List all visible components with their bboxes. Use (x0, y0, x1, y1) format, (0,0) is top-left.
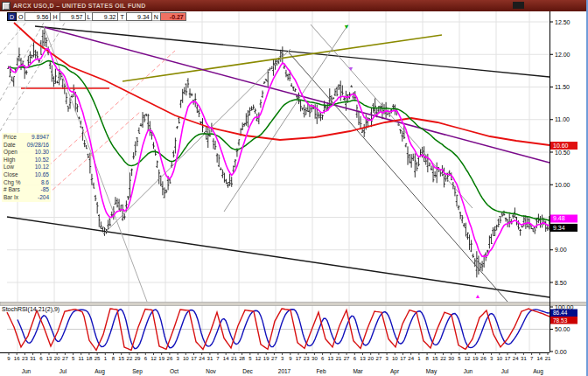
month-label: Sep (132, 368, 143, 375)
app-icon (2, 2, 10, 10)
cursor-data-row: Low10.12 (4, 164, 49, 171)
cursor-data-row: # Bars-85 (4, 186, 49, 194)
stoch-axis-label: 50.00 (555, 326, 570, 332)
month-label: Aug (533, 368, 543, 375)
week-tick-label: 27 (376, 356, 382, 361)
week-tick-label: 28 (239, 356, 245, 361)
cursor-row-label: Close (4, 171, 18, 179)
magenta-up-arrow: ▲ (475, 293, 481, 299)
cursor-data-row: Chg %8.6 (4, 179, 49, 187)
week-tick-label: 21 (231, 356, 237, 361)
week-tick-label: 19 (472, 356, 479, 361)
week-tick-label: 12 (465, 356, 471, 361)
week-tick-label: 16 (14, 356, 20, 361)
month-label: Mar (353, 368, 363, 374)
week-tick-label: 23 (22, 356, 28, 361)
week-tick-label: 13 (46, 356, 52, 361)
month-label: Jun (464, 368, 473, 374)
week-tick-label: 31 (30, 356, 36, 361)
cursor-row-label: Bar Ix (4, 194, 18, 202)
cursor-row-value: -85 (41, 186, 49, 194)
cursor-row-label: # Bars (4, 186, 20, 194)
week-tick-label: 27 (271, 356, 277, 361)
month-label: 2017 (278, 368, 291, 374)
week-tick-label: 31 (207, 356, 214, 361)
cursor-data-row: Open10.30 (4, 149, 49, 157)
week-tick-label: 20 (54, 356, 60, 361)
month-label: Jul (501, 368, 509, 374)
week-tick-label: 18 (87, 356, 93, 361)
month-label: May (426, 368, 438, 375)
week-tick-label: 22 (440, 356, 446, 361)
y-axis-label: 11.00 (555, 116, 570, 122)
y-axis-label: 8.50 (555, 280, 567, 286)
week-tick-label: 25 (94, 356, 101, 361)
week-tick-label: 22 (127, 356, 133, 361)
cursor-row-value: 10.65 (35, 171, 49, 179)
stoch-indicator-label: StochRSI(14,21(2),9) (2, 306, 60, 312)
window-title: ARCX USO,D – UNITED STATES OIL FUND (13, 3, 146, 9)
week-tick-label: 27 (62, 356, 68, 361)
week-tick-label: 19 (263, 356, 270, 361)
cursor-row-value: 10.12 (35, 164, 49, 171)
y-axis-label: 10.00 (555, 182, 570, 188)
chart-canvas[interactable]: ▼▼▲12.5012.0011.5011.0010.5010.009.008.5… (0, 0, 588, 376)
chart-window: ▼▼▲12.5012.0011.5011.0010.5010.009.008.5… (0, 0, 588, 376)
week-tick-label: 10 (392, 356, 398, 361)
cursor-row-label: Chg % (4, 179, 21, 187)
quote-bar: D O9.56H9.57L9.32T9.34N-0.27 (7, 12, 186, 21)
week-tick-label: 13 (327, 356, 333, 361)
quote-field-value: 9.57 (60, 12, 86, 21)
cursor-row-label: High (4, 157, 15, 164)
week-tick-label: 17 (296, 356, 302, 361)
week-tick-label: 31 (521, 356, 527, 361)
cursor-row-value: 10.30 (35, 149, 49, 157)
price-badge-label: 10.60 (553, 143, 569, 149)
quote-field-label: O (17, 12, 24, 21)
month-label: Nov (206, 368, 216, 374)
week-tick-label: 17 (400, 356, 406, 361)
month-label: Jul (60, 368, 67, 374)
cursor-row-value: -204 (38, 194, 49, 202)
week-tick-label: 29 (135, 356, 141, 361)
y-axis-label: 12.50 (555, 19, 570, 25)
week-tick-label: 24 (408, 356, 414, 361)
stoch-axis-label: 0.00 (555, 349, 567, 355)
interval-box: D (7, 12, 17, 21)
month-label: Feb (316, 368, 326, 374)
month-label: Aug (94, 368, 105, 375)
quote-field-value: -0.27 (160, 12, 186, 21)
cursor-row-value: 9.8947 (32, 134, 49, 142)
week-tick-label: 17 (505, 356, 511, 361)
cursor-data-row: Price9.8947 (4, 134, 49, 142)
week-tick-label: 13 (360, 356, 366, 361)
week-tick-label: 10 (496, 356, 502, 361)
cursor-data-panel: Price9.8947Date09/28/16Open10.30High10.5… (2, 133, 51, 202)
cursor-row-value: 09/28/16 (27, 142, 49, 150)
green-down-arrow: ▼ (344, 24, 350, 30)
month-label: Oct (170, 368, 178, 374)
cursor-row-label: Open (4, 149, 18, 157)
y-axis-label: 10.50 (555, 150, 570, 156)
week-tick-label: 15 (118, 356, 124, 361)
week-tick-label: 14 (536, 356, 542, 361)
panel-divider[interactable] (0, 303, 588, 306)
month-label: Jun (22, 368, 32, 374)
week-tick-label: 12 (256, 356, 262, 361)
y-axis-label: 9.00 (555, 247, 567, 253)
title-bar[interactable]: ARCX USO,D – UNITED STATES OIL FUND (0, 0, 586, 11)
stoch-badge-label: 78.53 (553, 317, 568, 324)
quote-field-label: N (152, 12, 160, 21)
month-label: Apr (390, 368, 400, 375)
stoch-badge-label: 86.44 (553, 310, 568, 316)
y-axis-label: 11.50 (555, 84, 570, 90)
week-tick-label: 26 (167, 356, 173, 361)
cursor-row-label: Price (4, 134, 17, 142)
week-tick-label: 21 (336, 356, 342, 361)
gridlines (0, 11, 588, 376)
cursor-data-row: Date09/28/16 (4, 142, 49, 150)
cursor-row-value: 10.52 (35, 157, 49, 164)
quote-field-label: H (51, 12, 59, 21)
week-tick-label: 19 (158, 356, 164, 361)
title-bar-button[interactable] (513, 2, 524, 9)
